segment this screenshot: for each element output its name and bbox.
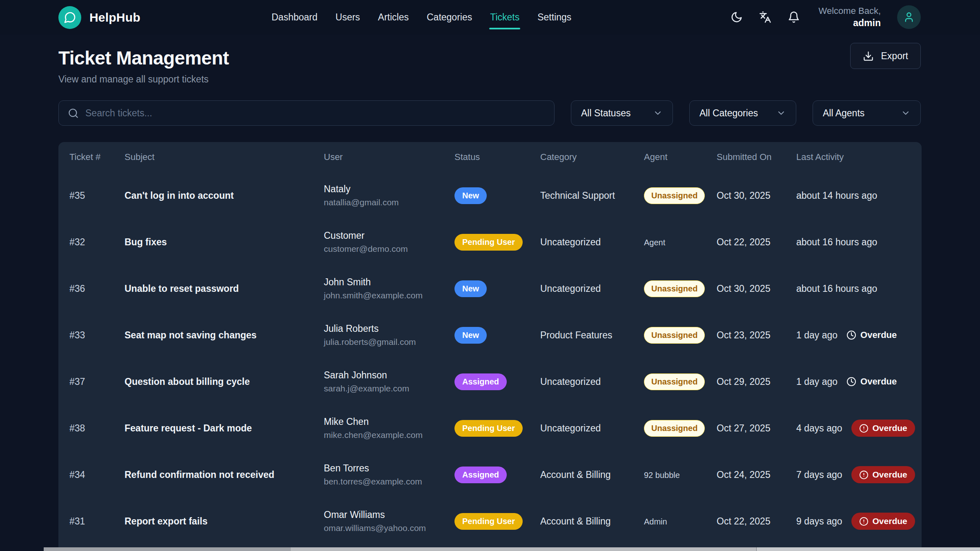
ticket-id: #38 — [69, 423, 125, 434]
nav-item-categories[interactable]: Categories — [427, 12, 472, 23]
agent-name: 92 bubble — [644, 471, 680, 480]
user-name: Customer — [324, 230, 454, 241]
status-filter-dropdown[interactable]: All Statuses — [571, 100, 673, 126]
overdue-badge: Overdue — [851, 420, 915, 437]
alert-circle-icon — [859, 470, 869, 480]
nav-item-dashboard[interactable]: Dashboard — [272, 12, 318, 23]
agent-badge: Unassigned — [644, 327, 705, 344]
nav-item-settings[interactable]: Settings — [537, 12, 571, 23]
status-filter-value: All Statuses — [581, 108, 630, 119]
page-title: Ticket Management — [58, 47, 921, 69]
ticket-subject: Bug fixes — [125, 237, 324, 248]
agent-badge: Unassigned — [644, 373, 705, 390]
ticket-id: #37 — [69, 376, 125, 387]
status-cell: Pending User — [454, 513, 540, 530]
agent-filter-dropdown[interactable]: All Agents — [813, 100, 921, 126]
status-cell: New — [454, 280, 540, 297]
agent-badge: Unassigned — [644, 420, 705, 437]
ticket-id: #35 — [69, 190, 125, 201]
col-status: Status — [454, 152, 540, 162]
activity-time: about 16 hours ago — [796, 283, 877, 294]
submitted-date: Oct 29, 2025 — [717, 376, 796, 387]
col-agent: Agent — [644, 152, 717, 162]
category-filter-dropdown[interactable]: All Categories — [689, 100, 796, 126]
search-box — [58, 100, 555, 126]
status-cell: New — [454, 187, 540, 204]
agent-cell: Unassigned — [644, 373, 717, 390]
overdue-label: Overdue — [860, 330, 897, 340]
ticket-subject: Report export fails — [125, 516, 324, 527]
category-filter-value: All Categories — [699, 108, 758, 119]
table-row[interactable]: #38 Feature request - Dark mode Mike Che… — [58, 405, 922, 451]
nav-item-tickets[interactable]: Tickets — [490, 12, 519, 23]
scrollbar-segment — [757, 547, 980, 551]
ticket-category: Account & Billing — [540, 469, 644, 480]
table-row[interactable]: #34 Refund confirmation not received Ben… — [58, 451, 922, 498]
page-header: Ticket Management View and manage all su… — [0, 35, 980, 85]
ticket-user: Nataly natallia@gmail.com — [324, 184, 454, 207]
user-email: customer@demo.com — [324, 244, 454, 254]
page-subtitle: View and manage all support tickets — [58, 74, 921, 85]
table-header: Ticket # Subject User Status Category Ag… — [58, 142, 922, 172]
overdue-badge: Overdue — [851, 513, 915, 530]
clock-icon — [846, 330, 856, 340]
overdue-pill-label: Overdue — [873, 470, 907, 480]
agent-cell: Admin — [644, 516, 717, 527]
ticket-id: #36 — [69, 283, 125, 294]
search-input[interactable] — [85, 108, 545, 119]
scrollbar-segment — [44, 547, 291, 551]
submitted-date: Oct 30, 2025 — [717, 283, 796, 294]
tickets-table: Ticket # Subject User Status Category Ag… — [58, 142, 922, 551]
main-nav: Dashboard Users Articles Categories Tick… — [272, 0, 571, 35]
user-name: John Smith — [324, 277, 454, 288]
status-cell: Assigned — [454, 373, 540, 390]
horizontal-scrollbar[interactable] — [44, 547, 980, 551]
clock-icon — [846, 377, 856, 387]
ticket-id: #34 — [69, 469, 125, 480]
activity-cell: about 14 hours ago — [796, 190, 911, 201]
table-row[interactable]: #33 Seat map not saving changes Julia Ro… — [58, 312, 922, 358]
activity-time: 7 days ago — [796, 469, 842, 480]
activity-time: 1 day ago — [796, 376, 837, 387]
col-subject: Subject — [125, 152, 324, 162]
table-row[interactable]: #32 Bug fixes Customer customer@demo.com… — [58, 219, 922, 265]
status-badge: New — [454, 327, 487, 344]
agent-cell: 92 bubble — [644, 469, 717, 480]
submitted-date: Oct 27, 2025 — [717, 423, 796, 434]
download-icon — [863, 51, 874, 62]
table-row[interactable]: #36 Unable to reset password John Smith … — [58, 265, 922, 312]
table-row[interactable]: #37 Question about billing cycle Sarah J… — [58, 358, 922, 405]
avatar[interactable] — [897, 5, 921, 29]
languages-icon[interactable] — [759, 11, 771, 23]
user-name: Nataly — [324, 184, 454, 195]
agent-cell: Unassigned — [644, 327, 717, 344]
submitted-date: Oct 22, 2025 — [717, 516, 796, 527]
activity-time: about 14 hours ago — [796, 190, 877, 201]
export-button[interactable]: Export — [850, 43, 921, 69]
table-row[interactable]: #35 Can't log in into account Nataly nat… — [58, 172, 922, 219]
activity-time: about 16 hours ago — [796, 237, 877, 248]
nav-item-articles[interactable]: Articles — [378, 12, 409, 23]
ticket-subject: Can't log in into account — [125, 190, 324, 201]
agent-cell: Unassigned — [644, 187, 717, 204]
agent-cell: Unassigned — [644, 420, 717, 437]
ticket-id: #31 — [69, 516, 125, 527]
user-email: julia.roberts@gmail.com — [324, 337, 454, 347]
user-name: Julia Roberts — [324, 323, 454, 334]
brand[interactable]: HelpHub — [58, 6, 140, 29]
overdue-badge: Overdue — [851, 466, 915, 483]
moon-icon[interactable] — [731, 11, 743, 23]
agent-badge: Unassigned — [644, 280, 705, 297]
activity-cell: 9 days ago Overdue — [796, 513, 915, 530]
overdue-label: Overdue — [860, 376, 897, 387]
table-row[interactable]: #31 Report export fails Omar Williams om… — [58, 498, 922, 544]
nav-item-users[interactable]: Users — [336, 12, 360, 23]
status-badge: New — [454, 280, 487, 297]
user-icon — [903, 11, 915, 23]
status-badge: Pending User — [454, 420, 523, 437]
scrollbar-thumb[interactable] — [291, 547, 757, 551]
bell-icon[interactable] — [788, 11, 800, 23]
ticket-category: Account & Billing — [540, 516, 644, 527]
chevron-down-icon — [776, 108, 786, 118]
status-badge: Assigned — [454, 373, 507, 390]
